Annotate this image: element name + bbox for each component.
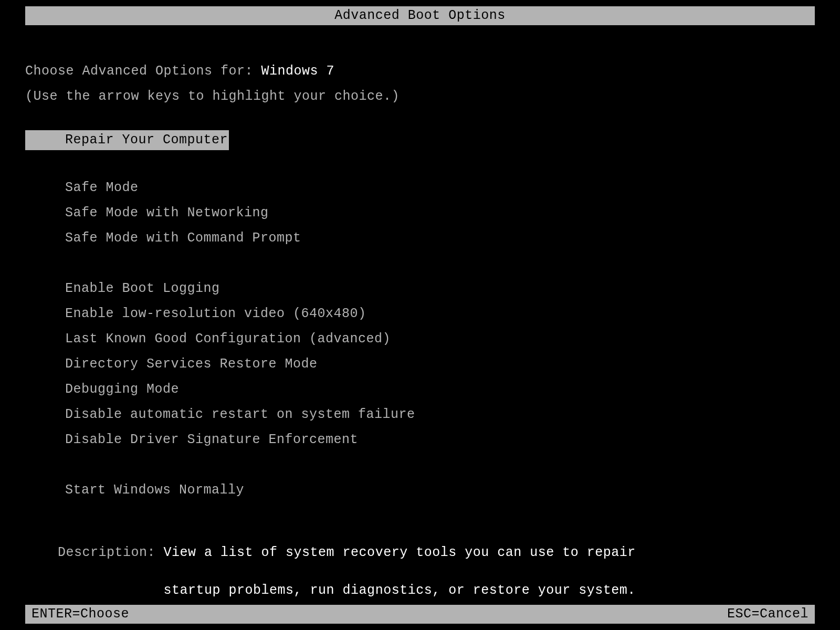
- menu-item[interactable]: Debugging Mode: [25, 377, 179, 402]
- description-label: Description:: [58, 545, 164, 560]
- description-line-1: View a list of system recovery tools you…: [164, 545, 636, 560]
- os-name: Windows 7: [261, 64, 335, 79]
- prompt-line: Choose Advanced Options for: Windows 7: [25, 62, 334, 81]
- menu-item[interactable]: Enable low-resolution video (640x480): [25, 301, 366, 327]
- menu-item[interactable]: Last Known Good Configuration (advanced): [25, 327, 391, 352]
- menu-item[interactable]: Safe Mode with Command Prompt: [25, 226, 301, 251]
- menu-item[interactable]: Enable Boot Logging: [25, 276, 220, 301]
- menu-item[interactable]: Disable Driver Signature Enforcement: [25, 427, 358, 453]
- menu-gap: [25, 453, 415, 478]
- footer-esc: ESC=Cancel: [727, 605, 808, 624]
- description-line-2: startup problems, run diagnostics, or re…: [164, 583, 636, 598]
- title-text: Advanced Boot Options: [334, 8, 506, 23]
- menu-gap: [25, 251, 415, 276]
- hint-line: (Use the arrow keys to highlight your ch…: [25, 87, 400, 106]
- boot-menu[interactable]: Repair Your ComputerSafe ModeSafe Mode w…: [25, 130, 415, 503]
- menu-gap: [25, 150, 415, 175]
- menu-item[interactable]: Safe Mode with Networking: [25, 201, 269, 226]
- menu-item[interactable]: Repair Your Computer: [25, 130, 229, 150]
- footer-enter: ENTER=Choose: [32, 605, 129, 624]
- menu-item[interactable]: Directory Services Restore Mode: [25, 352, 318, 377]
- title-bar: Advanced Boot Options: [25, 6, 815, 25]
- description-pad: [58, 583, 164, 598]
- menu-item[interactable]: Start Windows Normally: [25, 478, 244, 503]
- footer-bar: ENTER=Choose ESC=Cancel: [25, 605, 815, 624]
- menu-item[interactable]: Safe Mode: [25, 175, 139, 201]
- prompt-label: Choose Advanced Options for:: [25, 64, 261, 79]
- menu-item[interactable]: Disable automatic restart on system fail…: [25, 402, 415, 427]
